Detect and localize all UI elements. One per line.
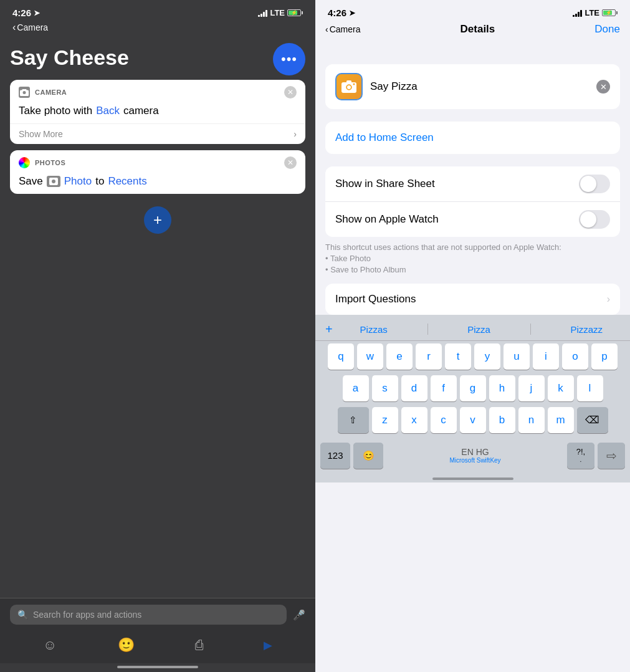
key-y[interactable]: y [474,343,500,370]
smiley-icon[interactable]: 🙂 [118,637,135,653]
search-bar: 🔍 Search for apps and actions 🎤 [0,598,315,631]
details-title: Details [461,23,495,36]
photo-keyword[interactable]: Photo [64,175,92,188]
share-icon[interactable]: ⎙ [195,637,203,653]
shortcut-name-input[interactable] [370,80,596,93]
camera-label-text: CAMERA [35,89,67,96]
keyboard-row-3: ⇧ z x c v b n m ⌫ [318,407,628,433]
watch-note: This shortcut uses actions that are not … [315,237,630,284]
more-dots-icon: ••• [281,52,297,66]
key-m[interactable]: m [548,407,574,433]
num-key[interactable]: 123 [320,443,350,469]
right-back-button[interactable]: ‹ Camera [325,24,360,34]
autocomplete-pizzazz[interactable]: Pizzazz [565,323,608,336]
right-signal-icon [573,9,582,17]
toggle-knob [580,176,596,192]
photos-close-button[interactable]: ✕ [284,156,297,169]
key-c[interactable]: c [431,407,457,433]
key-b[interactable]: b [489,407,515,433]
apple-watch-toggle[interactable] [579,210,610,229]
apple-watch-label: Show on Apple Watch [335,213,439,226]
smiley-outline-icon[interactable]: ☺ [43,637,57,653]
key-s[interactable]: s [372,375,398,401]
key-t[interactable]: t [445,343,471,370]
language-selector[interactable]: EN HG Microsoft SwiftKey [386,447,564,464]
key-d[interactable]: d [401,375,427,401]
punctuation-key[interactable]: ?!, . [567,443,594,469]
key-l[interactable]: l [577,375,603,401]
autocomplete-pizza[interactable]: Pizza [462,323,495,336]
add-home-screen-button[interactable]: Add to Home Screen [325,122,620,154]
key-r[interactable]: r [416,343,442,370]
emoji-key[interactable]: 😊 [353,443,383,469]
share-sheet-toggle[interactable] [579,175,610,193]
add-action-button[interactable]: + [144,206,171,234]
photos-action-body: Save Photo to Recents [10,173,305,194]
import-questions-card[interactable]: Import Questions › [325,284,620,315]
camera-close-button[interactable]: ✕ [284,86,297,98]
key-q[interactable]: q [328,343,354,370]
autocomplete-plus-button[interactable]: + [320,322,338,337]
recents-keyword[interactable]: Recents [108,175,146,188]
show-more-row[interactable]: Show More › [10,123,305,144]
search-input[interactable]: 🔍 Search for apps and actions [10,605,287,625]
search-icon: 🔍 [17,610,28,620]
location-arrow-icon: ➤ [34,9,40,17]
key-z[interactable]: z [372,407,398,433]
keyboard-row-2: a s d f g h j k l [318,375,628,401]
back-label: Camera [17,22,48,32]
key-a[interactable]: a [343,375,369,401]
shortcut-icon[interactable] [335,73,363,100]
left-content: Say Cheese ••• CAMERA ✕ Take photo with [0,38,315,598]
right-lte-label: LTE [585,8,599,17]
back-chevron-icon: ‹ [12,22,16,33]
key-v[interactable]: v [460,407,486,433]
key-h[interactable]: h [489,375,515,401]
svg-point-1 [52,180,55,183]
more-button[interactable]: ••• [273,43,305,75]
autocomplete-suggestions: Pizzas Pizza Pizzazz [338,323,625,336]
mic-icon[interactable]: 🎤 [293,609,305,621]
photos-action-header: PHOTOS ✕ [10,150,305,173]
clear-input-button[interactable]: ✕ [596,80,610,94]
key-u[interactable]: u [504,343,530,370]
key-f[interactable]: f [431,375,457,401]
play-icon[interactable]: ▶ [264,638,272,652]
apple-watch-knob [580,211,596,228]
key-k[interactable]: k [548,375,574,401]
key-n[interactable]: n [518,407,545,433]
import-label: Import Questions [335,293,416,305]
right-back-label: Camera [330,24,361,34]
key-rows: q w e r t y u i o p a s d f g [315,341,630,433]
shift-key[interactable]: ⇧ [338,407,369,433]
back-button[interactable]: ‹ Camera [12,22,303,33]
right-status-bar: 4:26 ➤ LTE ⚡ [315,0,630,21]
show-more-label: Show More [19,129,63,139]
key-p[interactable]: p [591,343,618,370]
left-nav-bar: ‹ Camera [0,21,315,38]
right-panel: 4:26 ➤ LTE ⚡ ‹ Camera Det [315,0,630,672]
camera-action-body: Take photo with Back camera [10,102,305,123]
key-i[interactable]: i [533,343,559,370]
back-keyword[interactable]: Back [96,105,120,117]
details-content: ✕ Add to Home Screen Show in Share Sheet… [315,42,630,672]
key-w[interactable]: w [357,343,383,370]
autocomplete-bar: + Pizzas Pizza Pizzazz [315,320,630,341]
right-back-chevron-icon: ‹ [325,24,328,34]
svg-point-6 [353,84,355,85]
return-key[interactable]: ⇨ [598,443,625,469]
photos-icon [19,157,30,168]
key-x[interactable]: x [401,407,427,433]
delete-key[interactable]: ⌫ [577,407,608,433]
camera-action-label: CAMERA [19,87,67,98]
autocomplete-pizzas[interactable]: Pizzas [355,323,393,336]
key-g[interactable]: g [460,375,486,401]
key-o[interactable]: o [562,343,588,370]
punct-main: ?!, [576,447,585,457]
share-sheet-label: Show in Share Sheet [335,178,435,190]
done-button[interactable]: Done [594,23,620,36]
show-more-chevron-icon: › [294,129,297,139]
key-e[interactable]: e [386,343,413,370]
top-spacer [315,42,630,64]
key-j[interactable]: j [518,375,545,401]
